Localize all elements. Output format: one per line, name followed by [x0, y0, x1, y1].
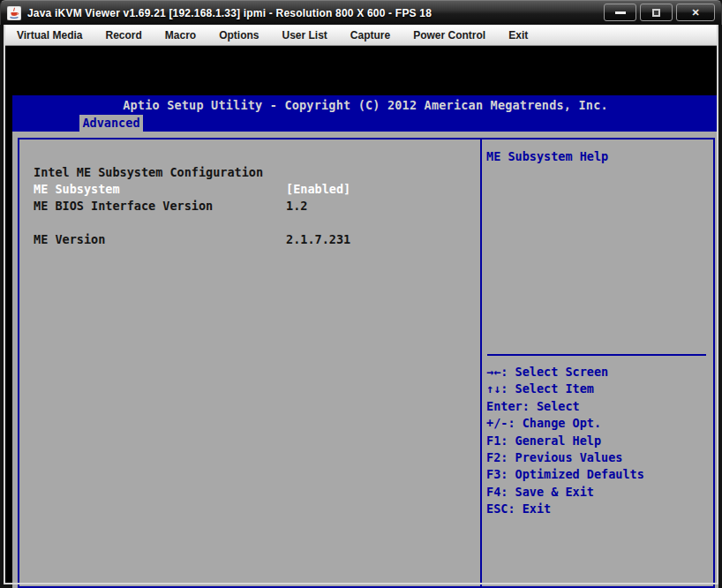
minimize-button[interactable]: [604, 4, 636, 21]
legend-f2-previous-values: F2: Previous Values: [486, 449, 710, 466]
setting-row-me-bios-interface-version: ME BIOS Interface Version 1.2: [34, 198, 480, 215]
legend-change-opt: +/-: Change Opt.: [486, 415, 710, 432]
legend-select-screen: →←: Select Screen: [486, 364, 710, 381]
bios-title: Aptio Setup Utility - Copyright (C) 2012…: [12, 95, 718, 115]
legend-divider: [487, 354, 706, 356]
menu-capture[interactable]: Capture: [339, 25, 402, 45]
legend-enter-select: Enter: Select: [486, 398, 710, 415]
settings-pane: Intel ME Subsystem Configuration ME Subs…: [19, 139, 482, 586]
kvm-client-area: Aptio Setup Utility - Copyright (C) 2012…: [5, 46, 717, 583]
setting-value: 2.1.7.231: [286, 231, 350, 248]
legend-f4-save-exit: F4: Save & Exit: [486, 484, 710, 501]
setting-row-me-subsystem[interactable]: ME Subsystem [Enabled]: [34, 181, 480, 198]
legend-f3-optimized-defaults: F3: Optimized Defaults: [486, 466, 710, 483]
menu-record[interactable]: Record: [94, 25, 153, 45]
bios-content-box: Intel ME Subsystem Configuration ME Subs…: [18, 138, 715, 588]
tab-advanced[interactable]: Advanced: [79, 115, 143, 132]
window-controls: ✕: [604, 4, 715, 21]
spacer-row: [34, 215, 480, 231]
setting-label: ME Version: [34, 232, 105, 246]
menu-user-list[interactable]: User List: [270, 25, 338, 45]
help-pane: ME Subsystem Help →←: Select Screen ↑↓: …: [482, 139, 713, 586]
maximize-button[interactable]: [640, 4, 673, 21]
legend-esc-exit: ESC: Exit: [486, 501, 710, 517]
java-logo-icon: [7, 6, 21, 20]
help-title: ME Subsystem Help: [486, 148, 710, 165]
menu-exit[interactable]: Exit: [497, 25, 539, 45]
maximize-icon: [652, 9, 660, 17]
bios-main-area: Intel ME Subsystem Configuration ME Subs…: [12, 132, 718, 588]
bios-tab-row: Advanced: [12, 115, 718, 132]
titlebar[interactable]: Java iKVM Viewer v1.69.21 [192.168.1.33]…: [0, 0, 722, 25]
menu-power-control[interactable]: Power Control: [402, 25, 497, 45]
help-text-area: [486, 165, 710, 354]
legend-select-item: ↑↓: Select Item: [486, 381, 710, 397]
section-title: Intel ME Subsystem Configuration: [34, 164, 480, 181]
menu-virtual-media[interactable]: Virtual Media: [5, 25, 94, 45]
bios-screen[interactable]: Aptio Setup Utility - Copyright (C) 2012…: [12, 95, 718, 588]
setting-value: 1.2: [286, 198, 307, 215]
setting-row-me-version: ME Version 2.1.7.231: [34, 231, 480, 248]
close-button[interactable]: ✕: [676, 4, 715, 21]
setting-value: [Enabled]: [286, 181, 350, 198]
menu-options[interactable]: Options: [207, 25, 270, 45]
minimize-icon: [615, 11, 626, 14]
window-title: Java iKVM Viewer v1.69.21 [192.168.1.33]…: [27, 7, 432, 19]
setting-label: ME Subsystem: [34, 182, 120, 196]
close-icon: ✕: [691, 7, 699, 19]
setting-label: ME BIOS Interface Version: [34, 199, 213, 213]
legend-f1-general-help: F1: General Help: [486, 433, 710, 449]
menu-macro[interactable]: Macro: [154, 25, 207, 45]
menubar: Virtual Media Record Macro Options User …: [5, 25, 717, 46]
ikvm-viewer-window: { "window": { "title": "Java iKVM Viewer…: [0, 0, 722, 588]
